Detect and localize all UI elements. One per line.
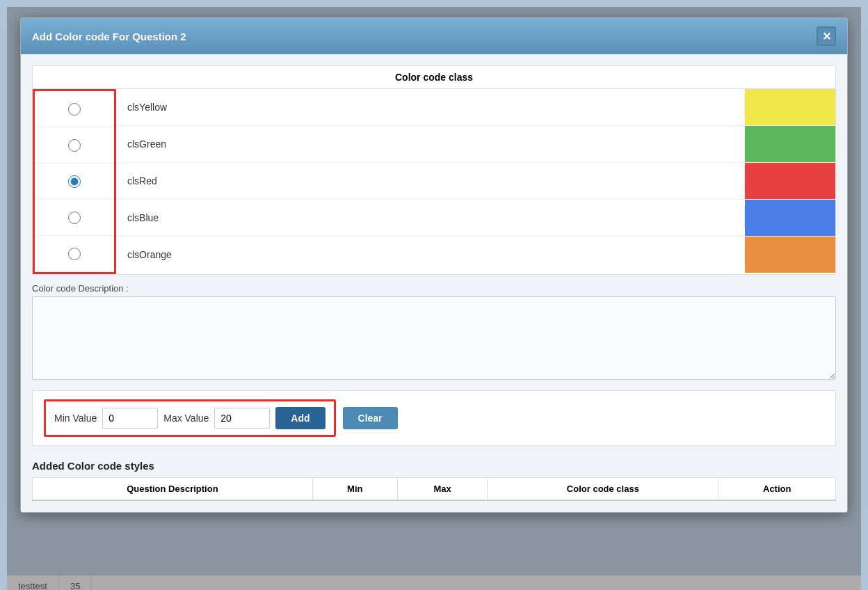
radio-yellow[interactable] [68,103,81,115]
description-section: Color code Description : [32,283,836,382]
modal-overlay: Add Color code For Question 2 ✕ Color co… [7,7,861,590]
description-label: Color code Description : [32,283,836,294]
color-row-clsYellow: clsYellow [116,89,835,126]
minmax-section: Min Value Max Value Add Clear [32,390,836,446]
color-row-clsGreen: clsGreen [116,126,835,163]
radio-green[interactable] [68,139,81,152]
minmax-bordered-group: Min Value Max Value Add [44,399,336,437]
modal-body: Color code class [21,54,847,512]
radio-cell-group [33,89,116,274]
color-code-table: Color code class [32,65,836,275]
min-label: Min Value [54,413,97,424]
color-swatch-clsGreen [745,126,835,162]
modal-dialog: Add Color code For Question 2 ✕ Color co… [20,17,848,513]
modal-title: Add Color code For Question 2 [32,31,186,42]
added-section: Added Color code styles Question Descrip… [32,454,836,501]
col-max: Max [397,478,487,501]
radio-orange[interactable] [68,248,81,260]
color-rows-wrapper: clsYellow clsGreen clsRed clsBlue clsOra… [33,89,835,274]
modal-close-button[interactable]: ✕ [817,26,836,46]
col-color-code-class: Color code class [488,478,718,501]
max-label: Max Value [163,413,209,424]
radio-cell-green[interactable] [35,127,114,164]
page-wrapper: testtest 35 Add Color code For Question … [7,7,861,590]
color-swatch-clsYellow [745,89,835,125]
color-name-clsYellow: clsYellow [116,96,745,118]
max-value-input[interactable] [214,408,270,429]
modal-header: Add Color code For Question 2 ✕ [21,18,847,54]
color-row-clsBlue: clsBlue [116,200,835,237]
color-swatch-clsRed [745,163,835,199]
color-name-clsBlue: clsBlue [116,207,745,229]
color-row-clsRed: clsRed [116,163,835,200]
description-textarea[interactable] [32,296,836,380]
color-name-clsOrange: clsOrange [116,244,745,266]
col-min: Min [312,478,397,501]
color-table-header: Color code class [33,66,835,89]
radio-cell-orange[interactable] [35,236,114,272]
radio-blue[interactable] [68,212,81,224]
table-header-row: Question Description Min Max Color code … [33,478,836,501]
added-styles-table: Question Description Min Max Color code … [32,477,836,501]
radio-cell-yellow[interactable] [35,91,114,127]
add-button[interactable]: Add [275,407,325,429]
min-value-input[interactable] [102,408,158,429]
radio-cell-red[interactable] [35,164,114,200]
radio-cell-blue[interactable] [35,200,114,236]
minmax-row: Min Value Max Value Add Clear [44,399,824,437]
clear-button[interactable]: Clear [343,407,398,429]
radio-red[interactable] [68,175,81,188]
color-rows-container: clsYellow clsGreen clsRed clsBlue clsOra… [116,89,835,274]
color-row-clsOrange: clsOrange [116,237,835,273]
added-section-title: Added Color code styles [32,460,836,472]
col-action: Action [718,478,836,501]
color-name-clsRed: clsRed [116,170,745,192]
color-swatch-clsOrange [745,237,835,273]
color-swatch-clsBlue [745,200,835,236]
col-question-description: Question Description [33,478,313,501]
color-name-clsGreen: clsGreen [116,133,745,155]
